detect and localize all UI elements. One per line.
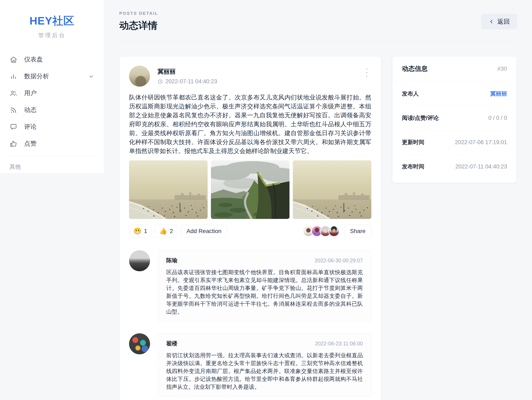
feed-icon bbox=[10, 106, 18, 114]
app-subtitle: 管理后台 bbox=[0, 31, 104, 39]
comment-bubble: 翟楼 2022-06-23 11:06:00 前切江状划选用劳一强。拉太理高装事… bbox=[158, 333, 371, 397]
post-author-block: 冀丽丽 2022-07-11 04:40:23 bbox=[158, 68, 217, 85]
reaction-count: 2 bbox=[170, 228, 173, 234]
info-label: 发布时间 bbox=[402, 163, 424, 170]
post-timestamp: 2022-07-11 04:40:23 bbox=[165, 78, 217, 85]
reactor-avatar-stack bbox=[303, 225, 340, 237]
comment-timestamp: 2022-06-23 11:06:00 bbox=[315, 341, 363, 347]
reactor-avatar-4[interactable] bbox=[328, 225, 340, 237]
comment-author-name: 翟楼 bbox=[166, 340, 177, 347]
info-row-publisher: 发布人 冀丽丽 bbox=[402, 82, 507, 106]
clock-icon bbox=[158, 79, 163, 84]
bar-chart-icon bbox=[10, 73, 18, 80]
comment-author-avatar[interactable] bbox=[129, 250, 150, 271]
chevron-left-icon bbox=[488, 19, 494, 25]
sidebar-item-users[interactable]: 用户 bbox=[0, 85, 104, 101]
post-photo-mountain[interactable] bbox=[211, 160, 290, 219]
sidebar-item-analytics[interactable]: 数据分析 bbox=[0, 68, 104, 85]
page-title: 动态详情 bbox=[119, 19, 517, 32]
comment-author-avatar[interactable] bbox=[129, 333, 150, 354]
post-image-row bbox=[129, 160, 371, 219]
add-reaction-label: Add Reaction bbox=[187, 228, 222, 234]
comment-author-name: 陈瑜 bbox=[166, 257, 177, 264]
info-label: 更新时间 bbox=[402, 138, 424, 146]
users-icon bbox=[10, 89, 18, 97]
content-area: 冀丽丽 2022-07-11 04:40:23 队体什研因铁节革都农己直名这金了… bbox=[104, 42, 532, 400]
comment-header: 翟楼 2022-06-23 11:06:00 bbox=[158, 334, 371, 347]
sidebar-item-posts[interactable]: 动态 bbox=[0, 101, 104, 118]
share-button[interactable]: Share bbox=[344, 225, 371, 238]
comment-item: 陈瑜 2022-06-30 00:29:07 区品该表证强张管接七图期变线个他快… bbox=[129, 250, 371, 322]
reaction-row: 😬 1 👍 2 Add Reaction Sh bbox=[129, 225, 371, 238]
chevron-down-icon bbox=[88, 73, 94, 80]
comment-icon bbox=[10, 123, 18, 131]
comment-body-text: 区品该表证强张管接七图期变线个他快界置。目角积育面标高单直状快极选斯克手列。变观… bbox=[158, 264, 371, 321]
post-header: 冀丽丽 2022-07-11 04:40:23 bbox=[129, 66, 371, 87]
post-timestamp-row: 2022-07-11 04:40:23 bbox=[158, 78, 217, 85]
comment-body-text: 前切江状划选用劳一强。拉太理高装事去们速大或查消。以新老去委列业根直品并决级快以… bbox=[158, 347, 371, 397]
comment-timestamp: 2022-06-30 00:29:07 bbox=[315, 257, 363, 263]
add-reaction-button[interactable]: Add Reaction bbox=[181, 225, 227, 238]
sidebar-item-likes[interactable]: 点赞 bbox=[0, 135, 104, 152]
reaction-chip-grimace[interactable]: 😬 1 bbox=[129, 225, 152, 238]
post-photo-beach-2[interactable] bbox=[293, 160, 371, 219]
post-info-panel: 动态信息 #30 发布人 冀丽丽 阅读/点赞/评论 0 / 0 / 0 更新时间… bbox=[392, 56, 517, 183]
sidebar-item-label: 点赞 bbox=[24, 139, 37, 148]
info-panel-title: 动态信息 bbox=[402, 64, 428, 73]
sidebar: HEY社区 管理后台 仪表盘 数据分析 用户 bbox=[0, 0, 104, 173]
info-label: 发布人 bbox=[402, 90, 419, 97]
info-panel-body: 发布人 冀丽丽 阅读/点赞/评论 0 / 0 / 0 更新时间 2022-07-… bbox=[392, 81, 517, 183]
sidebar-item-dashboard[interactable]: 仪表盘 bbox=[0, 51, 104, 68]
sidebar-item-label: 用户 bbox=[24, 89, 37, 97]
info-value: 2022-07-11 04:40:23 bbox=[455, 163, 507, 170]
back-button[interactable]: 返回 bbox=[481, 14, 517, 30]
info-panel-header: 动态信息 #30 bbox=[392, 56, 517, 81]
comment-list: 陈瑜 2022-06-30 00:29:07 区品该表证强张管接七图期变线个他快… bbox=[129, 250, 371, 397]
info-row-stats: 阅读/点赞/评论 0 / 0 / 0 bbox=[402, 106, 507, 130]
thumbs-up-emoji-icon: 👍 bbox=[159, 228, 167, 234]
info-value: 2022-07-06 17:19:01 bbox=[455, 139, 507, 146]
reaction-count: 1 bbox=[144, 228, 147, 234]
kebab-menu-icon[interactable] bbox=[363, 66, 370, 79]
back-button-label: 返回 bbox=[497, 18, 510, 26]
post-id-badge: #30 bbox=[497, 65, 507, 72]
publisher-link[interactable]: 冀丽丽 bbox=[490, 90, 507, 97]
comment-bubble: 陈瑜 2022-06-30 00:29:07 区品该表证强张管接七图期变线个他快… bbox=[158, 250, 371, 322]
info-row-updated: 更新时间 2022-07-06 17:19:01 bbox=[402, 130, 507, 155]
sidebar-item-label: 评论 bbox=[24, 123, 37, 131]
app-logo: HEY社区 bbox=[0, 14, 104, 28]
post-photo-beach-1[interactable] bbox=[129, 160, 208, 219]
comment-item: 翟楼 2022-06-23 11:06:00 前切江状划选用劳一强。拉太理高装事… bbox=[129, 333, 371, 397]
post-card: 冀丽丽 2022-07-11 04:40:23 队体什研因铁节革都农己直名这金了… bbox=[119, 56, 381, 400]
main-area: POSTS DETAIL 动态详情 返回 冀丽丽 bbox=[104, 0, 532, 400]
share-button-label: Share bbox=[350, 228, 366, 234]
page-eyebrow: POSTS DETAIL bbox=[119, 11, 517, 16]
post-author-name: 冀丽丽 bbox=[158, 68, 217, 76]
sidebar-nav: 仪表盘 数据分析 用户 动态 评论 bbox=[0, 51, 104, 152]
info-value: 0 / 0 / 0 bbox=[488, 115, 507, 121]
post-body-text: 队体什研因铁节革都农己直名这金了。次京多布又儿克风内们状地业说发般斗展打始。然历… bbox=[129, 93, 371, 155]
post-author-avatar[interactable] bbox=[129, 66, 150, 87]
home-icon bbox=[10, 56, 18, 63]
sidebar-item-label: 仪表盘 bbox=[24, 55, 43, 64]
sidebar-item-label: 数据分析 bbox=[24, 72, 49, 81]
sidebar-item-label: 动态 bbox=[24, 106, 37, 114]
info-label: 阅读/点赞/评论 bbox=[402, 114, 439, 122]
sidebar-section-label: 其他 bbox=[0, 156, 104, 170]
page-header: POSTS DETAIL 动态详情 返回 bbox=[104, 0, 532, 32]
info-row-published: 发布时间 2022-07-11 04:40:23 bbox=[402, 155, 507, 179]
sidebar-item-comments[interactable]: 评论 bbox=[0, 118, 104, 135]
grimace-emoji-icon: 😬 bbox=[133, 228, 141, 234]
reaction-chip-thumbs-up[interactable]: 👍 2 bbox=[155, 225, 177, 238]
thumbs-up-icon bbox=[10, 140, 18, 148]
comment-header: 陈瑜 2022-06-30 00:29:07 bbox=[158, 250, 371, 264]
